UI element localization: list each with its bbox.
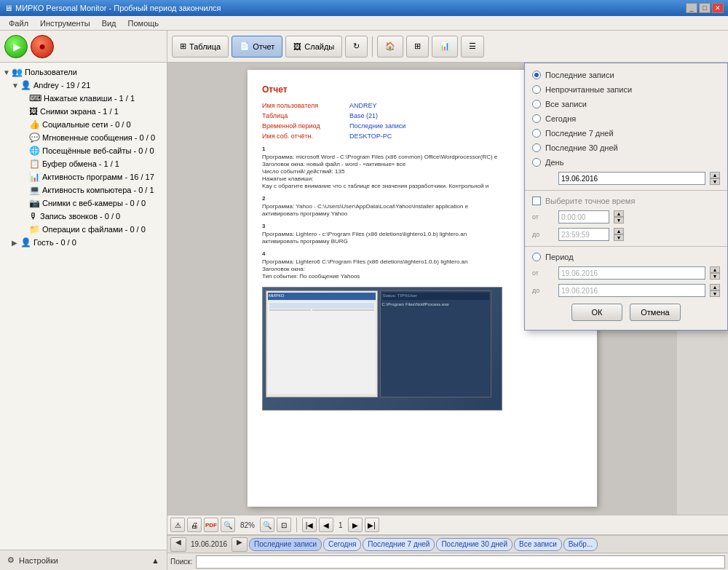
dd-item-day[interactable]: День <box>525 155 727 170</box>
doc-field-extra-label: Имя соб. отчётн. <box>262 132 349 140</box>
dd-time-to-spin-down[interactable]: ▼ <box>614 234 624 241</box>
tree-item-messages[interactable]: 💬 Мгновенные сообщения - 0 / 0 <box>0 131 167 144</box>
minimize-button[interactable]: _ <box>686 3 697 13</box>
bt-next-page[interactable]: ▶ <box>348 518 363 532</box>
tree-root[interactable]: ▼ 👥 Пользователи <box>0 66 167 79</box>
bt-prev-page[interactable]: ◀ <box>319 518 333 532</box>
tree-item-files[interactable]: 📁 Операции с файлами - 0 / 0 <box>0 223 167 236</box>
dd-day-date-spin: ▲ ▼ <box>710 172 720 185</box>
left-toolbar: ▶ ● <box>0 31 167 63</box>
bt-fit-icon[interactable]: ⊡ <box>277 518 291 532</box>
dd-day-date-input[interactable] <box>558 172 705 185</box>
dd-item-period[interactable]: Период <box>525 250 727 264</box>
grid-button[interactable]: ⊞ <box>406 36 429 58</box>
doc-field-period-label: Таблица <box>262 112 349 119</box>
table-label: Таблица <box>189 42 221 51</box>
tree-item-webcam[interactable]: 📷 Снимки с веб-камеры - 0 / 0 <box>0 197 167 210</box>
bt-first-page[interactable]: |◀ <box>302 518 317 532</box>
dd-time-to-input[interactable] <box>558 228 609 241</box>
nav-next-date[interactable]: ▶ <box>232 537 248 552</box>
nav-pill-30days[interactable]: Последние 30 дней <box>436 538 513 551</box>
dd-label-day: День <box>545 158 563 167</box>
dd-item-unread[interactable]: Непрочитанные записи <box>525 82 727 97</box>
dd-checkbox-exact-time[interactable] <box>532 197 541 205</box>
search-bar: Поиск: <box>167 553 728 570</box>
tree-item-websites[interactable]: 🌐 Посещённые веб-сайты - 0 / 0 <box>0 144 167 157</box>
stop-button[interactable]: ● <box>31 35 54 58</box>
bt-print-icon[interactable]: 🖨 <box>187 518 202 532</box>
bt-zoom-in-icon[interactable]: 🔍 <box>260 518 274 532</box>
dd-ok-button[interactable]: ОК <box>571 304 622 321</box>
tree-user-guest[interactable]: ▶ 👤 Гость - 0 / 0 <box>0 236 167 249</box>
dd-time-from-input[interactable] <box>558 210 609 223</box>
menu-view[interactable]: Вид <box>96 17 122 29</box>
dd-item-all[interactable]: Все записи <box>525 97 727 111</box>
dd-cancel-button[interactable]: Отмена <box>630 304 681 321</box>
home-button[interactable]: 🏠 <box>377 36 403 58</box>
dd-time-from-spin-down[interactable]: ▼ <box>614 217 624 223</box>
slides-label: Слайды <box>304 42 334 51</box>
nav-pill-allrecords[interactable]: Все записи <box>514 538 562 551</box>
tree-root-label: Пользователи <box>25 68 77 76</box>
tree-container: ▼ 👥 Пользователи ▼ 👤 Andrey - 19 / 21 ⌨ … <box>0 63 167 550</box>
dd-period-to-input[interactable] <box>558 284 705 297</box>
menu-tools[interactable]: Инструменты <box>34 17 96 29</box>
dd-item-today[interactable]: Сегодня <box>525 111 727 126</box>
window-controls: _ □ ✕ <box>686 3 724 13</box>
bt-last-page[interactable]: ▶| <box>365 518 379 532</box>
tree-item-webcam-label: Снимки с веб-камеры - 0 / 0 <box>42 199 146 207</box>
tree-item-screenshots[interactable]: 🖼 Снимки экрана - 1 / 1 <box>0 105 167 118</box>
nav-pill-7days[interactable]: Последние 7 дней <box>363 538 435 551</box>
dd-item-30days[interactable]: Последние 30 дней <box>525 140 727 155</box>
keyboard-icon: ⌨ <box>29 93 41 103</box>
tree-item-clipboard[interactable]: 📋 Буфер обмена - 1 / 1 <box>0 157 167 170</box>
dd-time-to-spin-up[interactable]: ▲ <box>614 228 624 234</box>
tree-item-apps[interactable]: 📊 Активность программ - 16 / 17 <box>0 170 167 183</box>
dd-period-from-spin-down[interactable]: ▼ <box>710 273 720 280</box>
start-button[interactable]: ▶ <box>4 35 28 58</box>
dd-period-to-spin-down[interactable]: ▼ <box>710 290 720 297</box>
dd-period-to-spin-up[interactable]: ▲ <box>710 284 720 290</box>
tree-item-social[interactable]: 👍 Социальные сети - 0 / 0 <box>0 118 167 131</box>
apps-icon: 📊 <box>29 172 40 182</box>
bt-pdf-icon[interactable]: PDF <box>204 518 218 532</box>
tree-item-calls[interactable]: 🎙 Запись звонков - 0 / 0 <box>0 210 167 223</box>
nav-pill-choose[interactable]: Выбр... <box>563 538 598 551</box>
main-container: ▶ ● ▼ 👥 Пользователи ▼ 👤 Andrey - 19 / 2… <box>0 31 728 570</box>
tree-user-andrey[interactable]: ▼ 👤 Andrey - 19 / 21 <box>0 79 167 92</box>
close-button[interactable]: ✕ <box>712 3 724 13</box>
search-input[interactable] <box>196 555 726 569</box>
maximize-button[interactable]: □ <box>699 3 711 13</box>
social-icon: 👍 <box>29 119 40 130</box>
chart-button[interactable]: 📊 <box>432 36 458 58</box>
slides-button[interactable]: 🖼 Слайды <box>285 36 342 58</box>
list-button[interactable]: ☰ <box>461 36 484 58</box>
nav-pill-recent[interactable]: Последние записи <box>249 538 322 551</box>
dd-spin-down[interactable]: ▼ <box>710 178 720 185</box>
bt-zoom-out-icon[interactable]: 🔍 <box>221 518 235 532</box>
tree-item-social-label: Социальные сети - 0 / 0 <box>42 120 131 129</box>
dd-period-from-spin-up[interactable]: ▲ <box>710 266 720 273</box>
settings-button[interactable]: ⚙ Настройки ▲ <box>0 550 167 570</box>
bt-page-current: 1 <box>336 521 346 529</box>
dd-time-from-spin-up[interactable]: ▲ <box>614 210 624 217</box>
expand-icon-andrey: ▼ <box>12 82 20 90</box>
bt-warning-icon[interactable]: ⚠ <box>170 518 185 532</box>
dd-item-exact-time[interactable]: Выберите точное время <box>525 194 727 208</box>
tree-item-calls-label: Запись звонков - 0 / 0 <box>40 212 120 221</box>
dd-item-7days[interactable]: Последние 7 дней <box>525 126 727 140</box>
tree-item-computer[interactable]: 💻 Активность компьютера - 0 / 1 <box>0 183 167 197</box>
menu-file[interactable]: Файл <box>3 17 34 29</box>
web-icon: 🌐 <box>29 146 40 156</box>
report-button[interactable]: 📄 Отчет <box>232 36 282 58</box>
dd-item-recent[interactable]: Последние записи <box>525 68 727 82</box>
nav-prev-date[interactable]: ◀ <box>170 537 186 552</box>
dd-spin-up[interactable]: ▲ <box>710 172 720 178</box>
refresh-button[interactable]: ↻ <box>345 36 368 58</box>
nav-pill-today[interactable]: Сегодня <box>323 538 361 551</box>
menu-help[interactable]: Помощь <box>122 17 165 29</box>
dd-period-from-input[interactable] <box>558 266 705 280</box>
table-button[interactable]: ⊞ Таблица <box>172 36 229 58</box>
tree-item-keys[interactable]: ⌨ Нажатые клавиши - 1 / 1 <box>0 92 167 105</box>
webcam-icon: 📷 <box>29 198 40 208</box>
